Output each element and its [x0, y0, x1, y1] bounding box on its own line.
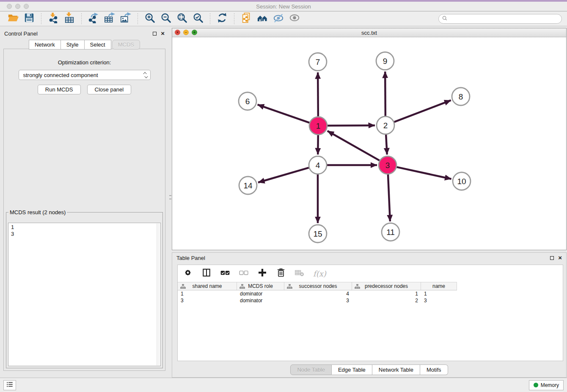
show-all-networks-button[interactable] — [256, 12, 269, 25]
float-table-panel-icon[interactable] — [550, 256, 554, 260]
table-cell[interactable]: 4 — [284, 290, 352, 297]
table-cell[interactable]: 3 — [284, 297, 352, 304]
graph-node-label: 11 — [386, 228, 395, 237]
table-row[interactable]: 3dominator323 — [178, 297, 563, 304]
table-cell[interactable]: dominator — [237, 297, 284, 304]
toolbar-separator — [81, 13, 82, 24]
zoom-selected-button[interactable] — [191, 12, 205, 25]
table-cell[interactable]: 1 — [352, 290, 421, 297]
run-mcds-button[interactable]: Run MCDS — [38, 85, 81, 94]
checked-boxes-icon — [220, 268, 230, 279]
main-toolbar — [0, 11, 567, 26]
graph-edge-1-7[interactable] — [318, 72, 318, 116]
delete-table-button-disabled — [295, 268, 305, 279]
show-panel-button[interactable] — [288, 12, 301, 25]
export-table-button[interactable] — [103, 12, 116, 25]
table-cell[interactable]: 1 — [178, 290, 237, 297]
column-header-successor-nodes[interactable]: successor nodes — [284, 282, 352, 290]
table-body: 1dominator4113dominator323 — [178, 290, 563, 304]
open-folder-icon — [8, 12, 19, 25]
panel-splitter-handle[interactable] — [169, 194, 171, 203]
column-header-name[interactable]: name — [421, 282, 457, 290]
zoom-in-button[interactable] — [143, 12, 157, 25]
graph-edge-3-11[interactable] — [388, 174, 390, 221]
close-panel-icon[interactable]: × — [161, 31, 165, 36]
delete-table-icon — [295, 268, 305, 279]
search-icon — [442, 15, 449, 22]
column-header-shared-name[interactable]: shared name — [178, 282, 237, 290]
tab-motifs[interactable]: Motifs — [420, 364, 448, 375]
tab-node-table[interactable]: Node Table — [290, 364, 332, 375]
export-image-button[interactable] — [119, 12, 132, 25]
tab-network-table[interactable]: Network Table — [372, 364, 420, 375]
table-cell[interactable]: dominator — [237, 290, 284, 297]
select-all-columns-button[interactable] — [220, 268, 230, 279]
memory-button[interactable]: Memory — [529, 380, 564, 390]
tab-edge-table[interactable]: Edge Table — [332, 364, 372, 375]
toolbar-separator — [210, 13, 210, 24]
zoom-in-icon — [144, 12, 155, 25]
column-header-predecessor-nodes[interactable]: predecessor nodes — [352, 282, 421, 290]
tab-select[interactable]: Select — [85, 40, 111, 50]
graph-node-label: 10 — [457, 177, 466, 186]
sitemap-icon — [239, 284, 245, 289]
dropdown-stepper-icon — [144, 72, 148, 78]
new-network-button[interactable] — [239, 12, 253, 25]
import-table-button[interactable] — [63, 12, 76, 25]
graph-edge-4-14[interactable] — [258, 168, 309, 182]
graph-node-label: 3 — [385, 161, 390, 170]
network-canvas[interactable]: 7968124314101511 — [172, 38, 566, 250]
tab-style[interactable]: Style — [61, 40, 85, 50]
network-graph[interactable]: 7968124314101511 — [172, 38, 566, 250]
graph-edge-1-6[interactable] — [258, 105, 310, 123]
mcds-result-text[interactable]: 13 — [8, 223, 161, 366]
graph-edge-3-10[interactable] — [396, 167, 451, 179]
search-input[interactable] — [449, 16, 558, 22]
status-bar: Memory — [0, 378, 567, 392]
tab-mcds[interactable]: MCDS — [112, 40, 140, 50]
float-panel-icon[interactable] — [153, 32, 157, 36]
graph-node-label: 7 — [316, 58, 320, 66]
table-cell[interactable]: 3 — [421, 297, 457, 304]
graph-edge-2-3[interactable] — [386, 135, 387, 155]
table-row[interactable]: 1dominator411 — [178, 290, 563, 297]
hide-panel-button[interactable] — [272, 12, 285, 25]
table-settings-button[interactable] — [183, 268, 193, 279]
import-network-button[interactable] — [47, 12, 60, 25]
show-log-button[interactable] — [3, 380, 16, 390]
graph-edge-2-9[interactable] — [385, 72, 385, 116]
toggle-column-view-button[interactable] — [201, 268, 212, 279]
apply-layout-button[interactable] — [215, 12, 229, 25]
graph-node-label: 1 — [316, 121, 321, 130]
close-panel-button[interactable]: Close panel — [87, 85, 132, 94]
table-cell[interactable]: 1 — [421, 290, 457, 297]
table-cell[interactable]: 2 — [352, 297, 421, 304]
open-session-button[interactable] — [6, 12, 20, 25]
import-network-icon — [48, 12, 59, 25]
delete-column-button[interactable] — [276, 268, 286, 279]
unselect-all-columns-button[interactable] — [239, 268, 249, 279]
tab-network[interactable]: Network — [29, 40, 61, 50]
control-panel: Control Panel × Network Style Select MCD… — [0, 28, 169, 372]
function-builder-button-disabled: f(x) — [313, 269, 326, 278]
export-network-button[interactable] — [87, 12, 100, 25]
save-session-button[interactable] — [22, 12, 36, 25]
graph-edge-3-1[interactable] — [328, 131, 380, 160]
export-image-icon — [120, 12, 131, 25]
network-window-titlebar[interactable]: × − + scc.txt — [172, 28, 566, 37]
zoom-fit-button[interactable] — [175, 12, 189, 25]
graph-edge-1-2[interactable] — [328, 125, 375, 126]
graph-node-label: 9 — [383, 57, 388, 66]
table-cell[interactable]: 3 — [178, 297, 237, 304]
memory-status-icon — [534, 383, 538, 387]
graph-edge-2-8[interactable] — [394, 100, 451, 122]
create-column-button[interactable] — [257, 268, 267, 279]
network-window-title: scc.txt — [172, 30, 566, 36]
table-header-row: shared name MCDS role successor nodes — [178, 282, 457, 290]
column-header-mcds-role[interactable]: MCDS role — [237, 282, 284, 290]
optimization-criterion-select[interactable]: strongly connected component — [19, 70, 151, 80]
zoom-out-button[interactable] — [159, 12, 173, 25]
node-table-container: f(x) shared name MCDS role — [177, 265, 563, 361]
result-scrollbar[interactable] — [157, 224, 160, 365]
close-table-panel-icon[interactable]: × — [558, 256, 562, 260]
